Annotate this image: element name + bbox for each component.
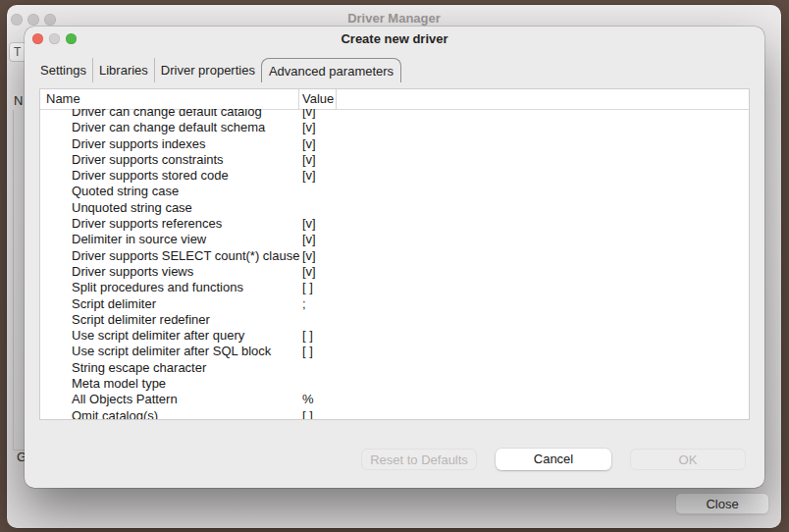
tab-libraries[interactable]: Libraries [92,58,154,82]
row-value[interactable]: [v] [302,264,316,280]
table-row[interactable]: Driver supports SELECT count(*) clause[v… [40,248,749,264]
table-row[interactable]: All Objects Pattern% [40,392,749,407]
table-row[interactable]: Unquoted string case [40,200,749,216]
row-value[interactable]: [ ] [302,328,313,344]
table-row[interactable]: Driver can change default catalog[v] [40,109,749,120]
row-name: Driver can change default catalog [72,109,262,120]
parameters-table: Name Value Driver can change default cat… [39,88,750,420]
close-icon[interactable] [11,14,23,26]
column-divider[interactable] [336,89,337,109]
table-row[interactable]: Quoted string case [40,184,749,199]
row-name: String escape character [72,360,206,376]
column-divider[interactable] [298,89,299,109]
row-name: Script delimiter [72,296,156,312]
table-header[interactable]: Name Value [40,89,749,110]
table-row[interactable]: Driver supports views[v] [40,264,749,280]
ok-button[interactable]: OK [630,449,746,470]
create-new-driver-dialog: Create new driver SettingsLibrariesDrive… [25,27,764,488]
row-value[interactable]: [v] [302,168,316,184]
table-row[interactable]: Driver supports references[v] [40,216,749,232]
table-row[interactable]: Driver supports indexes[v] [40,136,749,152]
traffic-lights [32,33,77,44]
row-name: Delimiter in source view [72,232,206,247]
row-name: Meta model type [72,376,166,392]
row-value[interactable]: [ ] [302,280,313,295]
table-row[interactable]: Split procedures and functions[ ] [40,280,749,295]
list-header-fragment: N [14,93,23,108]
tab-bar: SettingsLibrariesDriver propertiesAdvanc… [34,58,401,82]
close-icon[interactable] [32,33,43,44]
table-row[interactable]: String escape character [40,360,749,376]
table-row[interactable]: Use script delimiter after query[ ] [40,328,749,344]
table-row[interactable]: Meta model type [40,376,749,392]
row-value[interactable]: ; [302,296,306,312]
table-row[interactable]: Delimiter in source view[v] [40,232,749,247]
tab-driver-properties[interactable]: Driver properties [154,58,261,82]
table-row[interactable]: Driver supports constraints[v] [40,152,749,168]
table-row[interactable]: Script delimiter; [40,296,749,312]
row-name: Driver supports views [72,264,193,280]
row-value[interactable]: [v] [302,120,316,135]
table-row[interactable]: Driver can change default schema[v] [40,120,749,135]
cancel-button[interactable]: Cancel [496,449,611,470]
row-name: Use script delimiter after query [72,328,244,344]
row-name: Driver supports constraints [72,152,224,168]
zoom-icon[interactable] [66,33,77,44]
row-name: Driver supports indexes [72,136,206,152]
row-value[interactable]: % [302,392,314,407]
column-header-name[interactable]: Name [46,89,80,109]
row-name: Omit catalog(s) [72,408,158,419]
row-value[interactable]: [ ] [302,344,313,359]
zoom-icon[interactable] [44,14,56,26]
row-name: All Objects Pattern [72,392,178,407]
dialog-title: Create new driver [25,27,764,52]
table-row[interactable]: Driver supports stored code[v] [40,168,749,184]
row-name: Script delimiter redefiner [72,312,210,328]
row-name: Unquoted string case [72,200,192,216]
tab-settings[interactable]: Settings [34,58,92,82]
minimize-icon[interactable] [27,14,39,26]
row-value[interactable]: [v] [302,109,316,120]
reset-to-defaults-button[interactable]: Reset to Defaults [361,449,477,470]
dialog-titlebar[interactable]: Create new driver [25,27,764,50]
table-row[interactable]: Omit catalog(s)[ ] [40,408,749,419]
row-name: Quoted string case [72,184,179,199]
row-name: Driver supports SELECT count(*) clause [72,248,299,264]
minimize-icon [49,33,60,44]
row-name: Driver can change default schema [72,120,265,135]
close-button[interactable]: Close [675,493,769,514]
table-row[interactable]: Script delimiter redefiner [40,312,749,328]
column-header-value[interactable]: Value [302,89,334,109]
table-body: Driver can change default catalog[v]Driv… [40,109,749,419]
tab-advanced-parameters[interactable]: Advanced parameters [261,58,401,82]
row-value[interactable]: [v] [302,216,316,232]
traffic-lights [11,14,56,26]
dialog-buttons: Reset to DefaultsCancelOK [361,449,746,470]
row-value[interactable]: [v] [302,136,316,152]
row-name: Driver supports references [72,216,222,232]
row-name: Driver supports stored code [72,168,229,184]
row-name: Split procedures and functions [72,280,243,295]
row-value[interactable]: [v] [302,248,316,264]
row-value[interactable]: [v] [302,152,316,168]
row-value[interactable]: [ ] [302,408,313,419]
row-value[interactable]: [v] [302,232,316,247]
table-row[interactable]: Use script delimiter after SQL block[ ] [40,344,749,359]
row-name: Use script delimiter after SQL block [72,344,271,359]
